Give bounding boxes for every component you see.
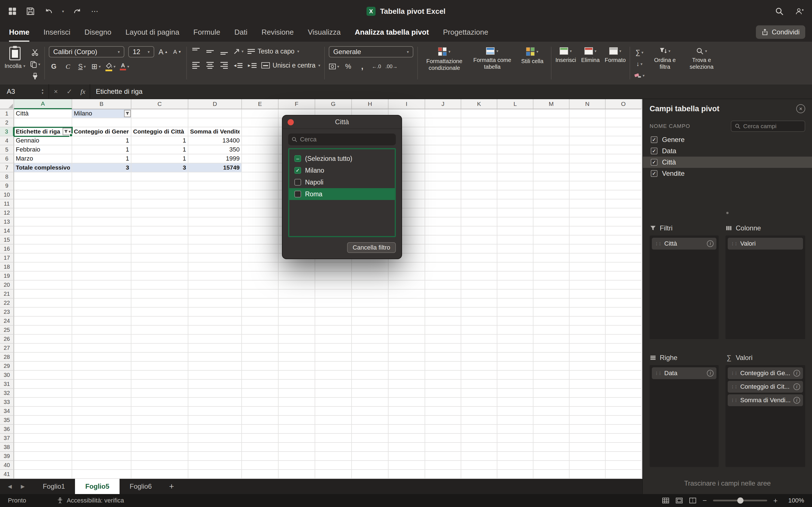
cell-A12[interactable] bbox=[14, 209, 72, 217]
cell-I36[interactable] bbox=[389, 425, 425, 434]
cell-L23[interactable] bbox=[497, 307, 534, 317]
cell-B11[interactable] bbox=[72, 200, 132, 209]
cell-N2[interactable] bbox=[569, 118, 606, 127]
cell-D25[interactable] bbox=[188, 326, 242, 335]
percent-style-button[interactable]: % bbox=[343, 61, 353, 71]
cell-G24[interactable] bbox=[315, 317, 352, 326]
cell-B37[interactable] bbox=[72, 434, 132, 443]
cell-O1[interactable] bbox=[606, 109, 642, 118]
cell-J18[interactable] bbox=[425, 263, 461, 272]
format-as-table-button[interactable]: ▾ Formatta come tabella bbox=[472, 46, 512, 82]
cancel-entry-button[interactable]: × bbox=[49, 88, 63, 96]
cell-N41[interactable] bbox=[569, 470, 606, 479]
align-top-button[interactable] bbox=[191, 46, 201, 56]
cell-O32[interactable] bbox=[606, 389, 642, 398]
cell-H29[interactable] bbox=[352, 362, 389, 371]
cell-M18[interactable] bbox=[534, 263, 569, 272]
cell-B3[interactable]: Conteggio di Genere bbox=[72, 127, 132, 136]
cell-A8[interactable] bbox=[14, 172, 72, 181]
cell-D36[interactable] bbox=[188, 425, 242, 434]
cell-F39[interactable] bbox=[278, 452, 315, 461]
cell-K38[interactable] bbox=[461, 443, 497, 452]
row-header-24[interactable]: 24 bbox=[0, 317, 14, 326]
cell-G23[interactable] bbox=[315, 307, 352, 317]
cell-B33[interactable] bbox=[72, 398, 132, 407]
cell-A9[interactable] bbox=[14, 181, 72, 190]
cell-A24[interactable] bbox=[14, 317, 72, 326]
row-header-5[interactable]: 5 bbox=[0, 145, 14, 154]
field-data[interactable]: ✓Data bbox=[643, 145, 812, 157]
cell-D28[interactable] bbox=[188, 353, 242, 362]
cell-K37[interactable] bbox=[461, 434, 497, 443]
cell-C18[interactable] bbox=[132, 263, 188, 272]
cell-M24[interactable] bbox=[534, 317, 569, 326]
cell-M34[interactable] bbox=[534, 407, 569, 416]
cell-L6[interactable] bbox=[497, 154, 534, 163]
cell-D30[interactable] bbox=[188, 371, 242, 380]
cell-L38[interactable] bbox=[497, 443, 534, 452]
cell-G19[interactable] bbox=[315, 272, 352, 281]
cell-L24[interactable] bbox=[497, 317, 534, 326]
cell-N7[interactable] bbox=[569, 163, 606, 172]
cell-N6[interactable] bbox=[569, 154, 606, 163]
cell-C11[interactable] bbox=[132, 200, 188, 209]
cell-M35[interactable] bbox=[534, 416, 569, 425]
cell-I33[interactable] bbox=[389, 398, 425, 407]
cell-C39[interactable] bbox=[132, 452, 188, 461]
cell-D8[interactable] bbox=[188, 172, 242, 181]
cell-H35[interactable] bbox=[352, 416, 389, 425]
cell-N32[interactable] bbox=[569, 389, 606, 398]
name-box[interactable]: A3 ▲▼ bbox=[0, 84, 49, 99]
checkbox-icon[interactable] bbox=[294, 179, 301, 186]
cell-C34[interactable] bbox=[132, 407, 188, 416]
orientation-button[interactable]: ▾ bbox=[233, 46, 244, 56]
cell-E15[interactable] bbox=[242, 235, 278, 244]
wrap-text-button[interactable]: Testo a capo▾ bbox=[248, 48, 299, 55]
cell-D14[interactable] bbox=[188, 226, 242, 235]
cell-H24[interactable] bbox=[352, 317, 389, 326]
underline-button[interactable]: S▾ bbox=[77, 61, 87, 71]
cell-C29[interactable] bbox=[132, 362, 188, 371]
area-well-filters[interactable]: ⋮⋮Cittài bbox=[650, 235, 719, 339]
cell-C21[interactable] bbox=[132, 290, 188, 298]
cell-J36[interactable] bbox=[425, 425, 461, 434]
cell-N10[interactable] bbox=[569, 190, 606, 200]
cell-J20[interactable] bbox=[425, 281, 461, 290]
cell-O29[interactable] bbox=[606, 362, 642, 371]
app-grid-icon[interactable] bbox=[8, 7, 17, 16]
cell-J24[interactable] bbox=[425, 317, 461, 326]
cell-E25[interactable] bbox=[242, 326, 278, 335]
clear-filter-button[interactable]: Cancella filtro bbox=[347, 242, 396, 253]
cell-A5[interactable]: Febbraio bbox=[14, 145, 72, 154]
cell-D5[interactable]: 350 bbox=[188, 145, 242, 154]
cell-M21[interactable] bbox=[534, 290, 569, 298]
cell-O9[interactable] bbox=[606, 181, 642, 190]
cell-D21[interactable] bbox=[188, 290, 242, 298]
insert-function-button[interactable]: fx bbox=[76, 88, 90, 96]
cell-L27[interactable] bbox=[497, 344, 534, 353]
filter-item-napoli[interactable]: Napoli bbox=[289, 176, 395, 188]
cell-D23[interactable] bbox=[188, 307, 242, 317]
cell-A7[interactable]: Totale complessivo bbox=[14, 163, 72, 172]
align-bottom-button[interactable] bbox=[219, 46, 229, 56]
cell-E23[interactable] bbox=[242, 307, 278, 317]
zoom-in-button[interactable]: + bbox=[773, 497, 777, 504]
cell-A39[interactable] bbox=[14, 452, 72, 461]
cell-A29[interactable] bbox=[14, 362, 72, 371]
cell-N8[interactable] bbox=[569, 172, 606, 181]
cell-D12[interactable] bbox=[188, 209, 242, 217]
cell-D10[interactable] bbox=[188, 190, 242, 200]
cell-N34[interactable] bbox=[569, 407, 606, 416]
filter-item-milano[interactable]: ✓Milano bbox=[289, 165, 395, 176]
increase-font-button[interactable]: A▲ bbox=[158, 47, 168, 57]
cell-L21[interactable] bbox=[497, 290, 534, 298]
cell-F20[interactable] bbox=[278, 281, 315, 290]
share-user-icon[interactable] bbox=[795, 7, 804, 16]
cell-K24[interactable] bbox=[461, 317, 497, 326]
cell-N29[interactable] bbox=[569, 362, 606, 371]
cell-O17[interactable] bbox=[606, 253, 642, 263]
cell-N13[interactable] bbox=[569, 217, 606, 226]
row-header-41[interactable]: 41 bbox=[0, 470, 14, 479]
cell-C20[interactable] bbox=[132, 281, 188, 290]
cell-H39[interactable] bbox=[352, 452, 389, 461]
